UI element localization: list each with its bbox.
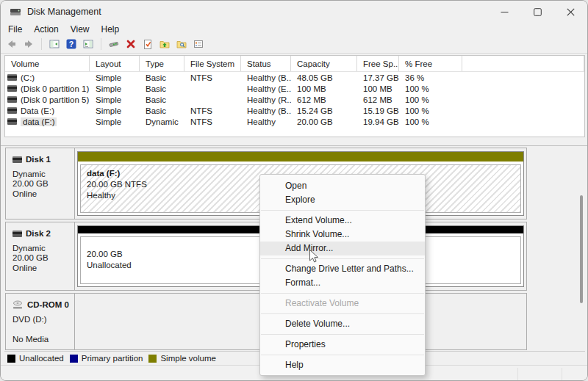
menu-item-properties[interactable]: Properties	[260, 338, 425, 352]
disk-management-window: Disk Management File Action View Help	[0, 0, 588, 381]
legend-item-primary-partition: Primary partition	[70, 354, 143, 363]
menu-item-help[interactable]: Help	[260, 358, 425, 372]
volume-drive-icon	[7, 107, 17, 114]
disk-drive-icon	[12, 231, 22, 237]
disk-type: Dynamic	[12, 170, 74, 180]
menu-item-add-mirror[interactable]: Add Mirror...	[260, 242, 425, 255]
simple-volume-band	[78, 152, 523, 162]
details-view-button[interactable]	[192, 37, 205, 51]
menu-item-shrink-volume[interactable]: Shrink Volume...	[260, 228, 425, 242]
menu-bar: File Action View Help	[1, 23, 588, 35]
volume-name: (Disk 0 partition 5)	[21, 95, 89, 104]
cd-rom-icon	[12, 300, 24, 310]
caption-buttons	[488, 1, 587, 23]
disk1-label[interactable]: Disk 1 Dynamic 20.00 GB Online	[6, 148, 75, 219]
folder-search-button[interactable]	[175, 37, 188, 51]
disk-capacity: 20.00 GB	[12, 179, 74, 189]
menu-separator	[261, 258, 424, 259]
table-row[interactable]: (C:) Simple Basic NTFS Healthy (B... 48.…	[5, 72, 584, 83]
volume-table-header: Volume Layout Type File System Status Ca…	[5, 56, 584, 72]
volume-drive-icon	[7, 96, 17, 103]
disk-name: Disk 2	[26, 229, 51, 239]
action-pane-button[interactable]	[82, 37, 95, 51]
table-row[interactable]: (Disk 0 partition 1) Simple Basic Health…	[5, 83, 584, 94]
minimize-button[interactable]	[488, 1, 521, 23]
menu-separator	[261, 293, 424, 294]
menu-item-explore[interactable]: Explore	[260, 193, 425, 207]
help-icon: ?	[65, 38, 77, 50]
disk-type: Dynamic	[12, 244, 74, 254]
column-header-spacer	[462, 56, 584, 71]
menu-item-delete-volume[interactable]: Delete Volume...	[260, 317, 425, 331]
vertical-scrollbar-thumb[interactable]	[580, 195, 583, 303]
folder-search-icon	[176, 38, 187, 50]
back-button[interactable]	[5, 37, 18, 51]
simple-volume-swatch	[148, 355, 157, 363]
column-header-file-system[interactable]: File System	[184, 56, 241, 71]
menu-separator	[261, 355, 424, 355]
menu-separator	[261, 210, 424, 211]
volume-name: (Disk 0 partition 1)	[21, 84, 89, 93]
forward-button[interactable]	[22, 37, 35, 51]
console-tree-button[interactable]	[48, 37, 61, 51]
cdrom-media-type: DVD (D:)	[12, 315, 74, 325]
unallocated-swatch	[7, 355, 15, 363]
cdrom-status: No Media	[12, 335, 74, 345]
rescan-device-button[interactable]	[107, 37, 121, 51]
back-icon	[6, 38, 18, 50]
volume-context-menu: Open Explore Extend Volume... Shrink Vol…	[259, 174, 426, 376]
column-header-pct-free[interactable]: % Free	[399, 56, 462, 71]
column-header-layout[interactable]: Layout	[90, 56, 140, 71]
help-button[interactable]: ?	[65, 37, 78, 51]
table-row-selected[interactable]: data (F:) Simple Dynamic NTFS Healthy 20…	[5, 116, 584, 127]
close-icon	[567, 8, 575, 16]
column-header-status[interactable]: Status	[241, 56, 291, 71]
primary-partition-swatch	[70, 355, 78, 363]
cdrom-label[interactable]: CD-ROM 0 DVD (D:) No Media	[6, 294, 75, 349]
menu-help[interactable]: Help	[96, 24, 126, 35]
action-pane-icon	[82, 38, 94, 50]
menu-file[interactable]: File	[2, 24, 28, 35]
close-button[interactable]	[554, 1, 587, 23]
disk-capacity: 20.00 GB	[12, 253, 74, 264]
device-wand-icon	[108, 38, 120, 50]
column-header-volume[interactable]: Volume	[5, 56, 90, 71]
disk-name: Disk 1	[26, 155, 51, 165]
menu-item-change-drive-letter[interactable]: Change Drive Letter and Paths...	[260, 262, 425, 276]
delete-x-icon	[125, 38, 137, 50]
menu-item-open[interactable]: Open	[260, 179, 425, 193]
console-tree-icon	[49, 38, 60, 50]
disk2-label[interactable]: Disk 2 Dynamic 20.00 GB Online	[6, 222, 75, 290]
toolbar-separator	[101, 38, 101, 50]
toolbar: ?	[1, 35, 588, 54]
toolbar-separator	[41, 38, 42, 50]
column-header-type[interactable]: Type	[140, 56, 184, 71]
table-row[interactable]: Data (E:) Simple Basic NTFS Healthy (B..…	[5, 105, 584, 116]
menu-action[interactable]: Action	[28, 24, 64, 35]
delete-volume-button[interactable]	[124, 37, 137, 51]
menu-view[interactable]: View	[65, 24, 96, 35]
folder-up-icon	[159, 38, 171, 50]
disk-drive-icon	[12, 156, 22, 163]
folder-up-button[interactable]	[158, 37, 171, 51]
column-header-capacity[interactable]: Capacity	[291, 56, 357, 71]
menu-item-reactivate-volume: Reactivate Volume	[260, 297, 425, 311]
legend-item-unallocated: Unallocated	[7, 354, 64, 363]
column-header-free-space[interactable]: Free Sp...	[357, 56, 399, 71]
volume-drive-icon	[7, 74, 17, 81]
properties-check-button[interactable]	[141, 37, 154, 51]
legend-item-simple-volume: Simple volume	[148, 354, 215, 363]
maximize-icon	[534, 8, 542, 16]
menu-item-extend-volume[interactable]: Extend Volume...	[260, 214, 425, 228]
svg-text:?: ?	[69, 40, 74, 48]
mouse-cursor-icon	[309, 249, 319, 264]
menu-separator	[261, 334, 424, 335]
disk-name: CD-ROM 0	[27, 300, 69, 311]
volume-drive-icon	[7, 118, 17, 125]
window-title: Disk Management	[27, 7, 101, 17]
table-row[interactable]: (Disk 0 partition 5) Simple Basic Health…	[5, 94, 584, 105]
menu-item-format[interactable]: Format...	[260, 276, 425, 290]
maximize-button[interactable]	[521, 1, 554, 23]
volume-name: (C:)	[21, 73, 35, 82]
volume-name: Data (E:)	[21, 106, 54, 115]
